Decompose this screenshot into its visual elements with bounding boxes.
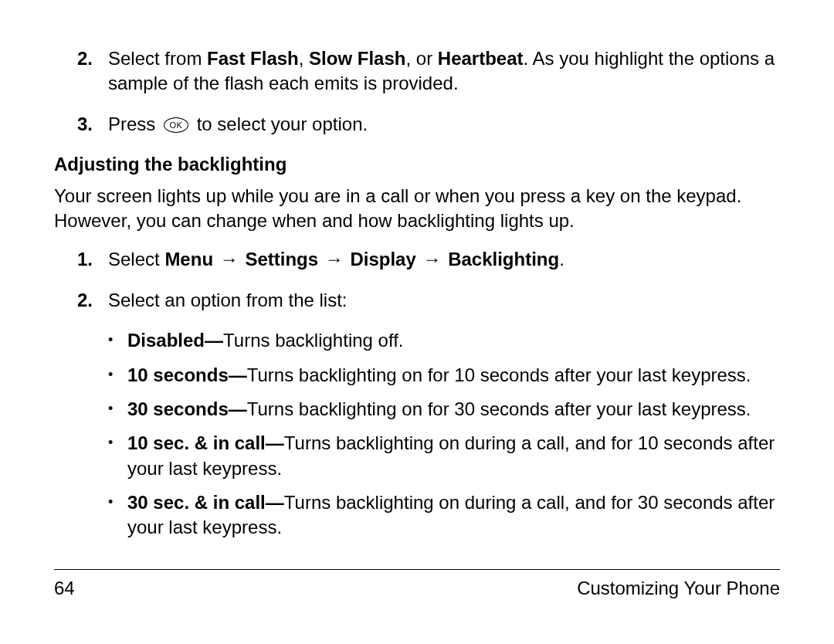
menu-path-display: Display (350, 249, 415, 269)
step-2: 2. Select from Fast Flash, Slow Flash, o… (54, 46, 780, 97)
menu-path-backlighting: Backlighting (448, 249, 559, 269)
text-part: , (299, 48, 309, 69)
option-text: 10 sec. & in call—Turns backlighting on … (127, 431, 780, 481)
section-heading: Adjusting the backlighting (54, 152, 780, 177)
option-10-sec-in-call: • 10 sec. & in call—Turns backlighting o… (54, 431, 780, 481)
option-text: 10 seconds—Turns backlighting on for 10 … (127, 363, 780, 388)
arrow-icon: → (320, 249, 348, 269)
bullet-icon: • (108, 397, 127, 422)
text-part: Select from (108, 48, 207, 69)
section-paragraph: Your screen lights up while you are in a… (54, 184, 780, 234)
option-text: Disabled—Turns backlighting off. (127, 328, 780, 353)
text-part: , or (405, 48, 437, 69)
menu-path-settings: Settings (245, 249, 318, 269)
option-30-sec-in-call: • 30 sec. & in call—Turns backlighting o… (54, 490, 780, 541)
step-number: 2. (77, 46, 108, 97)
arrow-icon: → (418, 249, 446, 269)
option-key: 10 sec. & in call— (127, 432, 284, 453)
page-number: 64 (54, 576, 75, 601)
text-part: to select your option. (192, 114, 368, 134)
option-10-seconds: • 10 seconds—Turns backlighting on for 1… (54, 363, 780, 388)
step-text: Select an option from the list: (108, 288, 780, 313)
option-value: Turns backlighting on for 10 seconds aft… (247, 364, 751, 385)
bullet-icon: • (108, 431, 127, 481)
option-value: Turns backlighting off. (223, 330, 403, 351)
step-text: Press OK to select your option. (108, 112, 780, 137)
option-value: Turns backlighting on for 30 seconds aft… (247, 398, 751, 419)
option-text: 30 sec. & in call—Turns backlighting on … (127, 490, 780, 541)
option-30-seconds: • 30 seconds—Turns backlighting on for 3… (54, 397, 780, 422)
step-number: 3. (77, 112, 108, 137)
text-part: Press (108, 114, 161, 134)
page-content: 2. Select from Fast Flash, Slow Flash, o… (54, 46, 780, 565)
step-text: Select from Fast Flash, Slow Flash, or H… (108, 46, 780, 97)
option-slow-flash: Slow Flash (309, 48, 405, 69)
step-3: 3. Press OK to select your option. (54, 112, 780, 137)
bullet-icon: • (108, 363, 127, 388)
section-title: Customizing Your Phone (577, 576, 780, 601)
text-part: . (559, 249, 564, 269)
substep-1: 1. Select Menu → Settings → Display → Ba… (54, 247, 780, 272)
option-key: Disabled— (127, 330, 223, 351)
step-text: Select Menu → Settings → Display → Backl… (108, 247, 780, 272)
option-key: 30 sec. & in call— (127, 492, 284, 513)
ok-button-icon: OK (164, 117, 188, 133)
step-number: 1. (77, 247, 108, 272)
page-footer: 64 Customizing Your Phone (54, 570, 780, 601)
bullet-icon: • (108, 328, 127, 353)
text-part: Select (108, 249, 164, 269)
option-text: 30 seconds—Turns backlighting on for 30 … (127, 397, 780, 422)
option-disabled: • Disabled—Turns backlighting off. (54, 328, 780, 353)
option-heartbeat: Heartbeat (438, 48, 524, 69)
option-fast-flash: Fast Flash (207, 48, 299, 69)
option-key: 30 seconds— (127, 398, 247, 419)
substep-2: 2. Select an option from the list: (54, 288, 780, 313)
step-number: 2. (77, 288, 108, 313)
menu-path-menu: Menu (164, 249, 213, 269)
bullet-icon: • (108, 490, 127, 541)
option-key: 10 seconds— (127, 364, 247, 385)
arrow-icon: → (215, 249, 243, 269)
